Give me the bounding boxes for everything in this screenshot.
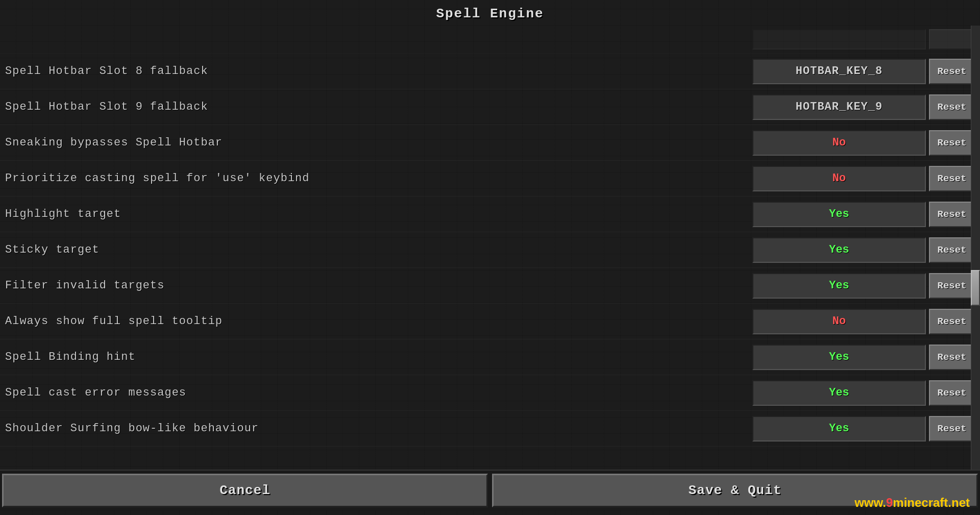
highlight-value[interactable]: Yes <box>752 202 926 227</box>
filter-label: Filter invalid targets <box>5 279 164 292</box>
error-value[interactable]: Yes <box>752 380 926 406</box>
sticky-value[interactable]: Yes <box>752 237 926 263</box>
setting-row-hotbar-slot-9: Spell Hotbar Slot 9 fallback HOTBAR_KEY_… <box>0 89 980 125</box>
watermark: www.9minecraft.net <box>854 496 970 510</box>
setting-row-hotbar-slot-8: Spell Hotbar Slot 8 fallback HOTBAR_KEY_… <box>0 54 980 89</box>
cancel-button[interactable]: Cancel <box>2 474 488 507</box>
tooltip-controls: No Reset <box>752 309 975 334</box>
settings-window: Spell Engine Spell Hotbar Slot 8 fallbac… <box>0 0 980 515</box>
binding-reset-button[interactable]: Reset <box>929 345 975 370</box>
setting-row-tooltip: Always show full spell tooltip No Reset <box>0 304 980 339</box>
highlight-controls: Yes Reset <box>752 202 975 227</box>
hotbar-slot-8-controls: HOTBAR_KEY_8 Reset <box>752 59 975 84</box>
setting-row-error: Spell cast error messages Yes Reset <box>0 375 980 411</box>
hotbar-slot-8-label: Spell Hotbar Slot 8 fallback <box>5 65 208 78</box>
error-reset-button[interactable]: Reset <box>929 380 975 406</box>
window-title: Spell Engine <box>0 0 980 26</box>
filter-controls: Yes Reset <box>752 273 975 299</box>
shoulder-reset-button[interactable]: Reset <box>929 416 975 442</box>
shoulder-value[interactable]: Yes <box>752 416 926 442</box>
setting-row-sneaking: Sneaking bypasses Spell Hotbar No Reset <box>0 125 980 161</box>
hotbar-slot-9-value[interactable]: HOTBAR_KEY_9 <box>752 94 926 120</box>
hotbar-slot-9-reset-button[interactable]: Reset <box>929 94 975 120</box>
sneaking-reset-button[interactable]: Reset <box>929 130 975 156</box>
scrollbar-track[interactable] <box>971 26 980 470</box>
sticky-label: Sticky target <box>5 243 100 256</box>
filter-value[interactable]: Yes <box>752 273 926 299</box>
shoulder-label: Shoulder Surfing bow-like behaviour <box>5 422 259 435</box>
tooltip-reset-button[interactable]: Reset <box>929 309 975 334</box>
bottom-bar: Cancel Save & Quit <box>0 470 980 510</box>
setting-row-filter: Filter invalid targets Yes Reset <box>0 268 980 304</box>
highlight-reset-button[interactable]: Reset <box>929 202 975 227</box>
tooltip-label: Always show full spell tooltip <box>5 315 223 328</box>
binding-controls: Yes Reset <box>752 345 975 370</box>
sneaking-label: Sneaking bypasses Spell Hotbar <box>5 136 223 149</box>
sticky-reset-button[interactable]: Reset <box>929 237 975 263</box>
partial-value-box[interactable] <box>752 29 926 50</box>
prioritize-value[interactable]: No <box>752 166 926 191</box>
partial-top-row <box>0 26 980 54</box>
shoulder-controls: Yes Reset <box>752 416 975 442</box>
binding-value[interactable]: Yes <box>752 345 926 370</box>
watermark-text: www.9minecraft.net <box>854 496 970 509</box>
settings-list: Spell Hotbar Slot 8 fallback HOTBAR_KEY_… <box>0 26 980 447</box>
prioritize-reset-button[interactable]: Reset <box>929 166 975 191</box>
highlight-label: Highlight target <box>5 208 121 220</box>
hotbar-slot-8-reset-button[interactable]: Reset <box>929 59 975 84</box>
error-controls: Yes Reset <box>752 380 975 406</box>
hotbar-slot-8-value[interactable]: HOTBAR_KEY_8 <box>752 59 926 84</box>
settings-scroll-area: Spell Hotbar Slot 8 fallback HOTBAR_KEY_… <box>0 26 980 470</box>
setting-row-prioritize: Prioritize casting spell for 'use' keybi… <box>0 161 980 197</box>
setting-row-shoulder: Shoulder Surfing bow-like behaviour Yes … <box>0 411 980 447</box>
partial-controls <box>752 29 975 50</box>
sneaking-controls: No Reset <box>752 130 975 156</box>
sneaking-value[interactable]: No <box>752 130 926 156</box>
setting-row-sticky: Sticky target Yes Reset <box>0 232 980 268</box>
filter-reset-button[interactable]: Reset <box>929 273 975 299</box>
tooltip-value[interactable]: No <box>752 309 926 334</box>
binding-label: Spell Binding hint <box>5 351 136 363</box>
setting-row-binding: Spell Binding hint Yes Reset <box>0 339 980 375</box>
partial-reset-button[interactable] <box>929 29 975 50</box>
sticky-controls: Yes Reset <box>752 237 975 263</box>
hotbar-slot-9-label: Spell Hotbar Slot 9 fallback <box>5 101 208 113</box>
hotbar-slot-9-controls: HOTBAR_KEY_9 Reset <box>752 94 975 120</box>
error-label: Spell cast error messages <box>5 386 186 399</box>
setting-row-highlight: Highlight target Yes Reset <box>0 197 980 232</box>
scrollbar-thumb[interactable] <box>971 270 980 306</box>
prioritize-label: Prioritize casting spell for 'use' keybi… <box>5 172 310 185</box>
prioritize-controls: No Reset <box>752 166 975 191</box>
